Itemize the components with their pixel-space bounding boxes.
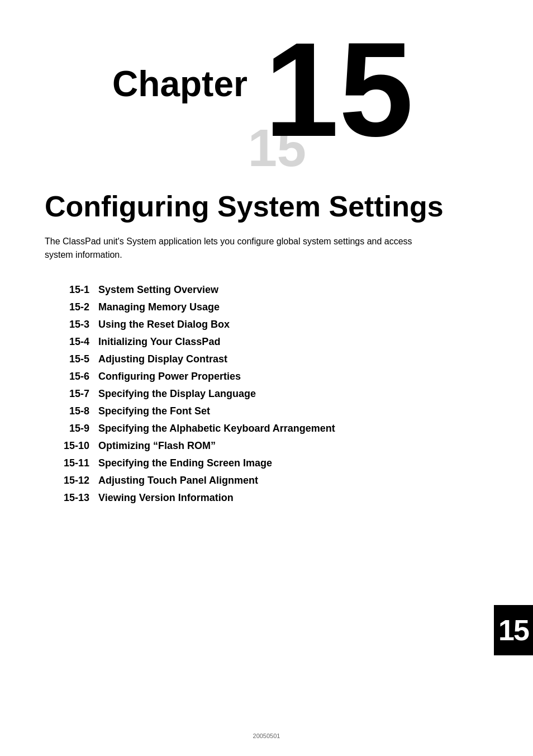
- toc-item: 15-4Initializing Your ClassPad: [45, 336, 488, 348]
- toc-list: 15-1System Setting Overview15-2Managing …: [45, 284, 488, 504]
- toc-label: Specifying the Display Language: [98, 388, 256, 400]
- toc-number: 15-12: [45, 475, 89, 486]
- toc-item: 15-11Specifying the Ending Screen Image: [45, 457, 488, 469]
- toc-item: 15-8Specifying the Font Set: [45, 405, 488, 417]
- toc-label: Viewing Version Information: [98, 492, 234, 504]
- toc-item: 15-7Specifying the Display Language: [45, 388, 488, 400]
- toc-item: 15-12Adjusting Touch Panel Alignment: [45, 475, 488, 486]
- toc-item: 15-13Viewing Version Information: [45, 492, 488, 504]
- main-content: Configuring System Settings The ClassPad…: [0, 179, 533, 560]
- toc-item: 15-6Configuring Power Properties: [45, 371, 488, 382]
- toc-number: 15-9: [45, 423, 89, 434]
- page-title: Configuring System Settings: [45, 190, 488, 224]
- toc-number: 15-3: [45, 319, 89, 330]
- chapter-header: Chapter 15 15: [0, 0, 533, 179]
- toc-item: 15-10Optimizing “Flash ROM”: [45, 440, 488, 452]
- toc-label: Managing Memory Usage: [98, 301, 220, 313]
- toc-label: Specifying the Alphabetic Keyboard Arran…: [98, 423, 335, 434]
- toc-number: 15-13: [45, 492, 89, 504]
- chapter-word: Chapter: [112, 63, 248, 105]
- toc-number: 15-6: [45, 371, 89, 382]
- toc-label: Adjusting Touch Panel Alignment: [98, 475, 258, 486]
- page-container: Chapter 15 15 Configuring System Setting…: [0, 0, 533, 756]
- toc-item: 15-1System Setting Overview: [45, 284, 488, 296]
- toc-number: 15-11: [45, 457, 89, 469]
- toc-item: 15-9Specifying the Alphabetic Keyboard A…: [45, 423, 488, 434]
- toc-label: Initializing Your ClassPad: [98, 336, 220, 348]
- chapter-number-container: 15 15: [264, 22, 421, 168]
- toc-number: 15-7: [45, 388, 89, 400]
- toc-number: 15-8: [45, 405, 89, 417]
- side-tab: 15: [494, 605, 533, 655]
- toc-label: Specifying the Ending Screen Image: [98, 457, 272, 469]
- toc-number: 15-4: [45, 336, 89, 348]
- page-description: The ClassPad unit's System application l…: [45, 235, 425, 262]
- toc-number: 15-1: [45, 284, 89, 296]
- toc-item: 15-5Adjusting Display Contrast: [45, 353, 488, 365]
- toc-label: Using the Reset Dialog Box: [98, 319, 230, 330]
- toc-number: 15-2: [45, 301, 89, 313]
- toc-label: Optimizing “Flash ROM”: [98, 440, 216, 452]
- page-footer: 20050501: [0, 733, 533, 739]
- toc-number: 15-5: [45, 353, 89, 365]
- toc-item: 15-3Using the Reset Dialog Box: [45, 319, 488, 330]
- toc-item: 15-2Managing Memory Usage: [45, 301, 488, 313]
- toc-number: 15-10: [45, 440, 89, 452]
- chapter-number-big: 15: [264, 22, 413, 157]
- toc-label: System Setting Overview: [98, 284, 218, 296]
- toc-label: Adjusting Display Contrast: [98, 353, 227, 365]
- toc-label: Specifying the Font Set: [98, 405, 210, 417]
- toc-label: Configuring Power Properties: [98, 371, 241, 382]
